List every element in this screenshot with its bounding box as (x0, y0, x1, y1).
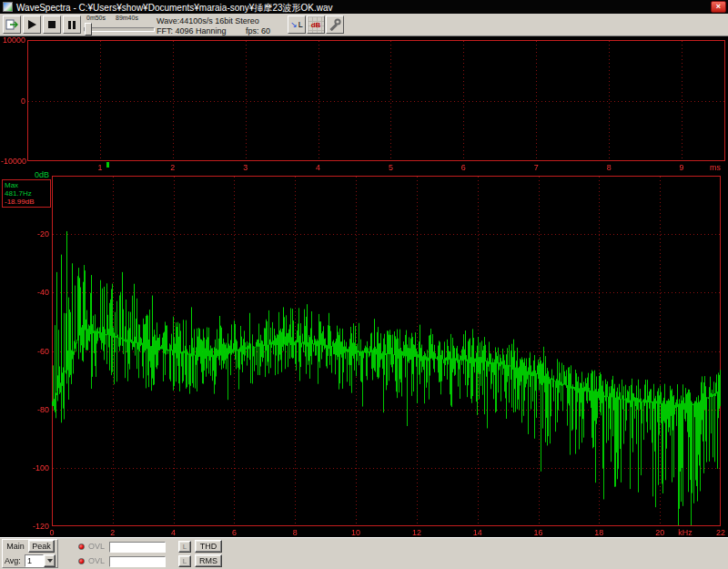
position-marker (106, 162, 109, 168)
wave-x-unit-label: ms (710, 163, 721, 172)
seek-slider-thumb[interactable] (85, 23, 92, 36)
wave-x-tick-label: 4 (316, 163, 320, 172)
toolbar: 0m50s 89m40s Wave:44100s/s 16bit Stereo … (0, 14, 728, 36)
max-readout: Max 481.7Hz -18.99dB (2, 179, 51, 208)
spec-y-tick-label: -100 (1, 463, 49, 472)
pause-icon (68, 21, 76, 29)
avg-label: Avg: (5, 556, 21, 565)
peak-button[interactable]: Peak (28, 540, 55, 553)
max-level: -18.99dB (5, 198, 48, 206)
wave-x-tick-label: 2 (170, 163, 175, 172)
spec-y-tick-label: -60 (1, 347, 49, 356)
rms-button[interactable]: RMS (195, 554, 222, 567)
text-field-left[interactable] (109, 542, 166, 553)
spec-x-tick-label: 6 (232, 528, 237, 537)
spec-x-tick-label: 4 (171, 528, 176, 537)
spec-y-tick-label: -20 (1, 229, 49, 239)
wave-x-tick-label: 5 (389, 163, 393, 172)
spec-x-tick-label: 8 (293, 528, 298, 537)
spec-y-tick-label: -40 (1, 288, 49, 297)
text-field-right[interactable] (109, 556, 166, 567)
channel-select-button[interactable]: ↘ L (288, 15, 306, 34)
l-button-top[interactable]: L (178, 541, 191, 553)
config-button[interactable] (326, 15, 344, 34)
spec-y-tick-label: -120 (1, 522, 49, 531)
stop-button[interactable] (43, 15, 61, 34)
avg-dropdown-button[interactable] (44, 554, 56, 567)
wave-x-tick-label: 7 (534, 163, 539, 172)
main-button[interactable]: Main (4, 541, 27, 553)
db-scale-label: dB (311, 21, 321, 29)
thd-button[interactable]: THD (195, 540, 222, 553)
ovl-label-left: OVL (88, 542, 105, 551)
spec-x-tick-label: 12 (412, 528, 421, 537)
spec-x-tick-label: 18 (594, 528, 603, 537)
wave-y-tick-label: -10000 (1, 157, 25, 166)
arrow-down-right-icon: ↘ (290, 20, 298, 29)
l-button-bottom[interactable]: L (178, 555, 191, 567)
max-label: Max (5, 181, 48, 189)
spec-x-tick-label: 20 (655, 528, 664, 537)
avg-value-field[interactable]: 1 (25, 554, 44, 567)
play-icon (28, 20, 36, 29)
spec-zero-db-label: 0dB (1, 170, 49, 179)
fps-info: fps: 60 (246, 26, 270, 36)
wave-x-tick-label: 6 (461, 163, 466, 172)
ovl-label-right: OVL (88, 556, 105, 565)
scale-settings-button[interactable]: dB (307, 15, 325, 34)
spec-x-tick-label: 10 (351, 528, 360, 537)
wave-x-tick-label: 1 (97, 163, 102, 172)
waveform-chart (27, 40, 725, 161)
overload-led-left (78, 544, 85, 550)
bottom-control-bar: Main Peak Avg: 1 OVL OVL L L THD RMS (0, 537, 728, 569)
file-open-icon (5, 19, 18, 30)
time-current: 0m50s (86, 15, 106, 21)
play-button[interactable] (23, 15, 41, 34)
seek-slider-track[interactable] (84, 27, 155, 32)
window-title: WaveSpectra - C:¥Users¥show¥Documents¥ma… (16, 2, 333, 15)
pause-button[interactable] (63, 15, 81, 34)
spec-x-tick-label: 22 (716, 528, 725, 537)
spec-y-tick-label: -80 (1, 405, 49, 414)
spec-x-tick-label: 2 (110, 528, 115, 537)
wrench-icon (329, 18, 341, 31)
spec-x-tick-label: 14 (473, 528, 482, 537)
max-frequency: 481.7Hz (5, 189, 48, 198)
wave-y-tick-label: 0 (1, 97, 25, 106)
wavespectra-window: WaveSpectra - C:¥Users¥show¥Documents¥ma… (0, 0, 728, 569)
chevron-down-icon (47, 559, 53, 563)
titlebar: WaveSpectra - C:¥Users¥show¥Documents¥ma… (0, 0, 728, 14)
wave-x-tick-label: 3 (243, 163, 248, 172)
channel-label: L (298, 20, 303, 29)
time-total: 89m40s (116, 15, 138, 21)
wave-x-tick-label: 8 (607, 163, 612, 172)
spec-x-unit-label: kHz (678, 528, 693, 537)
app-icon (3, 2, 13, 12)
fft-info: FFT: 4096 Hanning (157, 26, 227, 36)
overload-led-right (78, 558, 85, 564)
open-file-button[interactable] (3, 15, 21, 34)
wave-info: Wave:44100s/s 16bit Stereo (157, 16, 259, 25)
stop-icon (48, 21, 56, 28)
close-button[interactable]: × (711, 1, 726, 13)
spec-x-tick-label: 16 (534, 528, 543, 537)
spec-x-tick-label: 0 (49, 528, 54, 537)
wave-x-tick-label: 9 (680, 163, 684, 172)
spectrum-chart (52, 176, 721, 526)
wave-y-tick-label: 10000 (1, 36, 25, 45)
